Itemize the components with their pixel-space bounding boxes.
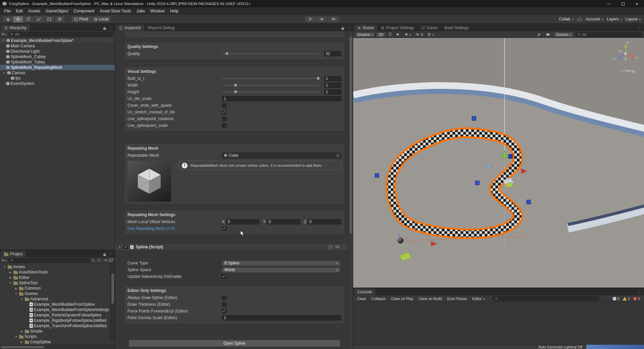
height-value-field[interactable]: 1 (324, 89, 341, 95)
gizmos-dropdown[interactable]: Gizmos (553, 32, 574, 37)
lock-icon[interactable] (341, 26, 344, 30)
console-search-input[interactable] (492, 296, 600, 301)
error-pause-button[interactable]: Error Pause (445, 296, 469, 301)
collab-dropdown[interactable]: Collab (559, 17, 574, 21)
hierarchy-item[interactable]: Main Camera (0, 43, 115, 49)
foldout-closed-icon[interactable] (20, 341, 24, 344)
project-horizontal-scrollbar[interactable] (0, 345, 115, 349)
move-tool-button[interactable] (13, 16, 23, 23)
create-asset-button[interactable]: + (2, 258, 6, 263)
tab-project[interactable]: Project (1, 251, 26, 257)
layers-dropdown[interactable]: Layers (607, 17, 622, 21)
clear-on-build-button[interactable]: Clear on Build (416, 296, 444, 301)
control-point-handle[interactable] (375, 173, 379, 178)
editor-dropdown[interactable]: Editor (470, 296, 487, 301)
project-item[interactable]: Scenes (0, 291, 115, 296)
transform-tool-button[interactable] (55, 16, 65, 23)
audio-toggle-button[interactable] (394, 32, 402, 37)
project-item[interactable]: Common (0, 286, 115, 291)
foldout-closed-icon[interactable] (20, 330, 24, 333)
scene-search-input[interactable]: All (575, 32, 642, 37)
pivot-toggle-button[interactable]: Pivot (71, 16, 91, 23)
menu-help[interactable]: Help (167, 7, 181, 14)
project-item[interactable]: Example_RigidbodyFollowSplineJobified (0, 318, 115, 323)
width-value-field[interactable]: 1 (324, 83, 341, 88)
presets-icon[interactable] (335, 245, 339, 249)
built-to-t-value-field[interactable]: 1 (324, 76, 341, 81)
scene-viewport[interactable]: y x z < Persp (353, 38, 644, 288)
panel-menu-icon[interactable]: ⋮ (347, 26, 351, 30)
mesh-preview-thumbnail[interactable] (127, 161, 171, 202)
hierarchy-item[interactable]: Directional Light (0, 49, 115, 54)
uv-tile-scale-field[interactable]: 1 (222, 96, 341, 101)
spline-space-dropdown[interactable]: World (222, 267, 340, 273)
curve-type-dropdown[interactable]: B Spline (222, 260, 340, 266)
scrollbar-thumb[interactable] (350, 37, 352, 234)
collapse-button[interactable]: Collapse (369, 296, 388, 301)
menu-file[interactable]: File (1, 7, 13, 14)
scrollbar-thumb[interactable] (111, 273, 114, 304)
force-points-checkbox[interactable] (222, 309, 226, 313)
foldout-open-icon[interactable] (20, 298, 24, 301)
project-item[interactable]: Assets (0, 264, 115, 269)
width-slider[interactable] (222, 82, 319, 89)
menu-gameobject[interactable]: GameObject (43, 7, 71, 14)
rect-tool-button[interactable] (44, 16, 55, 23)
tab-project-settings[interactable]: Project Settings (377, 24, 418, 31)
foldout-open-icon[interactable] (14, 335, 18, 338)
project-item[interactable]: Example_TransformFollowSplineJobified (0, 323, 115, 329)
scene-menu-icon[interactable]: ⋮ (109, 38, 115, 43)
uv-stretch-checkbox[interactable] (222, 110, 226, 114)
foldout-open-icon[interactable] (8, 282, 12, 285)
menu-window[interactable]: Window (148, 7, 167, 14)
hierarchy-item[interactable]: fps (0, 76, 115, 81)
foldout-open-icon[interactable] (118, 246, 122, 249)
grid-dropdown[interactable] (426, 32, 436, 37)
project-item[interactable]: AssetStoreTools (0, 269, 115, 275)
foldout-open-icon[interactable] (2, 71, 6, 74)
project-item[interactable]: Scripts (0, 334, 115, 339)
menu-asset-store-tools[interactable]: Asset Store Tools (97, 7, 133, 14)
menu-jobs[interactable]: Jobs (134, 7, 148, 14)
tab-inspector[interactable]: Inspector (116, 24, 144, 31)
pause-button[interactable] (316, 16, 328, 23)
always-draw-checkbox[interactable] (222, 296, 226, 300)
panel-menu-icon[interactable]: ⋮ (109, 26, 112, 30)
clear-on-play-button[interactable]: Clear on Play (389, 296, 416, 301)
perspective-label[interactable]: < Persp (621, 69, 635, 73)
slider-thumb[interactable] (316, 77, 320, 80)
control-point-handle[interactable] (475, 181, 479, 185)
menu-component[interactable]: Component (71, 7, 97, 14)
update-nativearray-checkbox[interactable] (222, 275, 226, 279)
foldout-closed-icon[interactable] (8, 271, 12, 274)
repeatable-mesh-object-field[interactable]: Cube (222, 153, 341, 158)
open-spline-button[interactable]: Open Spline (128, 340, 340, 347)
camera-settings-button[interactable] (544, 32, 552, 37)
project-item[interactable]: CorgiSpline (0, 339, 115, 345)
play-button[interactable] (305, 16, 316, 23)
rotate-tool-button[interactable] (23, 16, 34, 23)
info-count-toggle[interactable]: ! 0 (612, 297, 620, 301)
step-button[interactable] (328, 16, 340, 23)
project-item[interactable]: Example_ParticleSystemFollowSpline (0, 312, 115, 318)
console-log-area[interactable] (353, 302, 644, 344)
close-button[interactable]: × (630, 0, 644, 7)
use-scale-checkbox[interactable] (222, 123, 226, 128)
component-menu-icon[interactable]: ⋮ (342, 245, 346, 249)
project-item[interactable]: Editor (0, 275, 115, 280)
search-by-type-icon[interactable] (92, 259, 96, 262)
hierarchy-item-selected[interactable]: SplineMesh_RepeatingMesh (0, 65, 115, 70)
hand-tool-button[interactable] (3, 16, 13, 23)
panel-menu-icon[interactable]: ⋮ (638, 26, 642, 30)
offset-x-field[interactable]: 0 (226, 219, 260, 225)
draw-mode-dropdown[interactable]: Shaded (355, 32, 375, 37)
foldout-open-icon[interactable] (3, 265, 7, 268)
local-toggle-button[interactable]: Local (91, 16, 112, 23)
hierarchy-item[interactable]: EventSystem (0, 81, 115, 86)
foldout-open-icon[interactable] (14, 292, 18, 295)
component-enabled-checkbox[interactable] (124, 245, 128, 249)
project-item[interactable]: Simple (0, 329, 115, 334)
project-item[interactable]: Example_MeshBuilderFromSplineSettings (0, 307, 115, 312)
lock-icon[interactable] (103, 252, 106, 256)
object-picker-icon[interactable] (336, 153, 340, 158)
